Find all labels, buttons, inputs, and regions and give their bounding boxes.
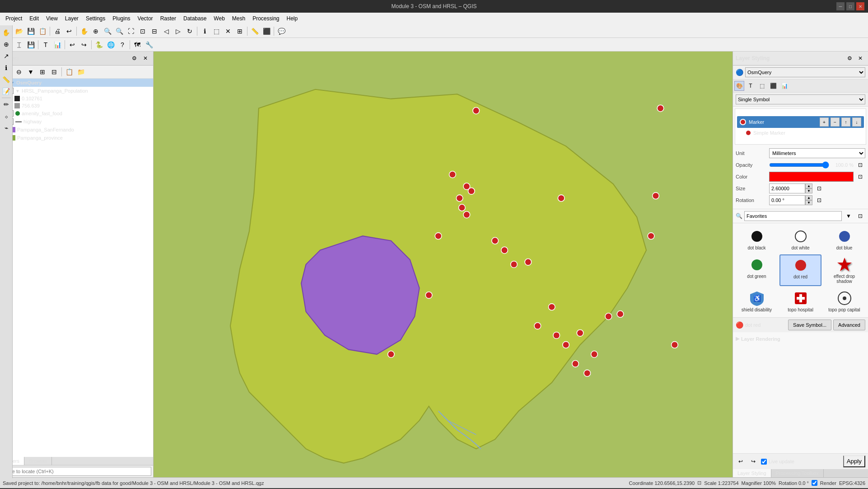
symbol-mode-select[interactable]: Single Symbol [736, 94, 865, 104]
marker-node[interactable]: Marker + − ↑ ↓ [737, 116, 864, 128]
symbol-cell-dot-red[interactable]: dot red [779, 254, 821, 286]
styling-close-button[interactable]: ✕ [855, 53, 865, 63]
simple-marker-node[interactable]: Simple Marker [737, 129, 864, 137]
menu-settings[interactable]: Settings [82, 14, 109, 23]
zoom-in-button[interactable]: 🔍 [102, 26, 113, 37]
menu-raster[interactable]: Raster [157, 14, 180, 23]
open-table-button[interactable]: ⊞ [234, 26, 245, 37]
measure-area-button[interactable]: ⬛ [261, 26, 272, 37]
style-diagram-button[interactable]: 📊 [779, 81, 789, 91]
close-button[interactable]: ✕ [856, 2, 864, 10]
layer-label-osmquery[interactable]: OsmQuery [16, 80, 42, 85]
rotation-down-button[interactable]: ▼ [805, 200, 812, 205]
layer-item-val2[interactable]: 756.639 [0, 102, 153, 109]
layer-item-highway[interactable]: highway [0, 118, 153, 126]
identify-button[interactable]: ℹ [199, 26, 210, 37]
measure-tool-button[interactable]: 📏 [1, 74, 12, 85]
qgis2web-button[interactable]: 🗺 [132, 39, 143, 50]
styling-options-button[interactable]: ⚙ [845, 53, 854, 63]
plugin1-button[interactable]: 🔧 [144, 39, 154, 50]
tab-layer-styling[interactable]: Layer Styling [733, 469, 771, 477]
layer-expand-hrsl[interactable]: ▼ [15, 89, 20, 94]
layer-selector[interactable]: OsmQuery [745, 67, 865, 77]
style-paint-button[interactable]: 🎨 [734, 81, 744, 91]
symbol-cell-effect-drop-shadow[interactable]: effect drop shadow [823, 254, 865, 286]
filter-layer-button[interactable]: ▼ [25, 66, 36, 77]
refresh-button[interactable]: ↻ [184, 26, 195, 37]
size-down-button[interactable]: ▼ [805, 188, 812, 193]
locate-input[interactable] [2, 467, 151, 476]
touch-zoom-button[interactable]: ⊕ [1, 39, 12, 50]
python-console-button[interactable]: 🐍 [93, 39, 104, 50]
layer-label-amenity[interactable]: amenity_fast_food [22, 111, 62, 116]
layers-options-button[interactable]: ⚙ [129, 53, 139, 63]
print-button[interactable]: 🖨 [52, 26, 63, 37]
marker-add-button[interactable]: + [820, 118, 829, 127]
style-label-button[interactable]: T [746, 81, 756, 91]
save-symbol-button[interactable]: Save Symbol... [788, 320, 831, 330]
expand-all-button[interactable]: ⊞ [37, 66, 48, 77]
menu-vector[interactable]: Vector [134, 14, 157, 23]
size-up-button[interactable]: ▲ [805, 183, 812, 188]
tab-browser[interactable]: Browser [24, 457, 52, 465]
menu-project[interactable]: Project [2, 14, 26, 23]
color-data-defined-button[interactable]: ⊡ [855, 172, 865, 182]
symbol-cell-topo-pop-capital[interactable]: topo pop capital [823, 288, 865, 315]
menu-view[interactable]: View [42, 14, 61, 23]
layer-label-sanfernando[interactable]: Pampanga_SanFernando [17, 127, 74, 132]
layer-group-button[interactable]: 📁 [75, 66, 86, 77]
color-picker-button[interactable] [769, 172, 854, 182]
digitize-tool-button[interactable]: ✏ [1, 99, 12, 110]
symbol-cell-shield-disability[interactable]: ♿ shield disability [736, 288, 778, 315]
deselect-button[interactable]: ✕ [223, 26, 233, 37]
layer-label-hrsl[interactable]: HRSL_Pampanga_Population [22, 88, 88, 94]
remove-layer-button[interactable]: ⊖ [14, 66, 24, 77]
apply-button[interactable]: Apply [843, 456, 865, 467]
annotation-tool-button[interactable]: 📝 [1, 86, 12, 97]
vertex-tool-button[interactable]: ⬦ [1, 111, 12, 122]
redo-edit-button[interactable]: ↪ [79, 39, 89, 50]
menu-web[interactable]: Web [210, 14, 228, 23]
opacity-slider[interactable] [769, 161, 829, 169]
menu-edit[interactable]: Edit [26, 14, 42, 23]
add-text-button[interactable]: T [40, 39, 51, 50]
collapse-all-button[interactable]: ⊟ [49, 66, 60, 77]
rotation-up-button[interactable]: ▲ [805, 195, 812, 200]
zoom-last-button[interactable]: ◁ [161, 26, 172, 37]
pan-map-button[interactable]: ✋ [79, 26, 89, 37]
marker-up-button[interactable]: ↑ [841, 118, 850, 127]
size-data-defined-button[interactable]: ⊡ [814, 183, 824, 193]
save-project-button[interactable]: 💾 [25, 26, 36, 37]
zoom-next-button[interactable]: ▷ [173, 26, 183, 37]
measure-button[interactable]: 📏 [249, 26, 260, 37]
symbol-search-input[interactable] [744, 211, 842, 221]
save-as-button[interactable]: 📋 [37, 26, 48, 37]
layer-item-sanfernando[interactable]: ✓ Pampanga_SanFernando [0, 126, 153, 134]
layer-label-province[interactable]: Pampanga_province [17, 135, 63, 141]
menu-plugins[interactable]: Plugins [109, 14, 134, 23]
symbol-search-expand-button[interactable]: ⊡ [855, 211, 865, 221]
live-update-checkbox[interactable] [761, 459, 767, 465]
layer-item-osmquery[interactable]: ✓ ▼ OsmQuery [0, 79, 153, 87]
digitize-button[interactable]: ⌶ [14, 39, 24, 50]
map-canvas[interactable] [154, 52, 733, 477]
symbol-cell-topo-hospital[interactable]: topo hospital [779, 288, 821, 315]
menu-processing[interactable]: Processing [249, 14, 283, 23]
undo-style-button[interactable]: ↩ [736, 456, 746, 466]
style-3d-button[interactable]: ⬛ [768, 81, 778, 91]
symbol-search-option-button[interactable]: ▼ [844, 211, 854, 221]
zoom-full-button[interactable]: ⛶ [126, 26, 136, 37]
redo-style-button[interactable]: ↪ [748, 456, 758, 466]
advanced-button[interactable]: Advanced [833, 320, 865, 330]
undo-button[interactable]: ↩ [64, 26, 75, 37]
maximize-button[interactable]: □ [846, 2, 854, 10]
style-mask-button[interactable]: ⬚ [757, 81, 767, 91]
zoom-layer-button[interactable]: ⊡ [137, 26, 148, 37]
marker-remove-button[interactable]: − [831, 118, 840, 127]
opacity-data-defined-button[interactable]: ⊡ [855, 160, 865, 170]
layer-properties-button[interactable]: 📋 [64, 66, 75, 77]
layer-label-highway[interactable]: highway [23, 119, 42, 124]
marker-down-button[interactable]: ↓ [852, 118, 861, 127]
tab-processing-toolbox[interactable]: Processing Toolbox [771, 469, 824, 477]
size-input[interactable] [769, 183, 805, 193]
